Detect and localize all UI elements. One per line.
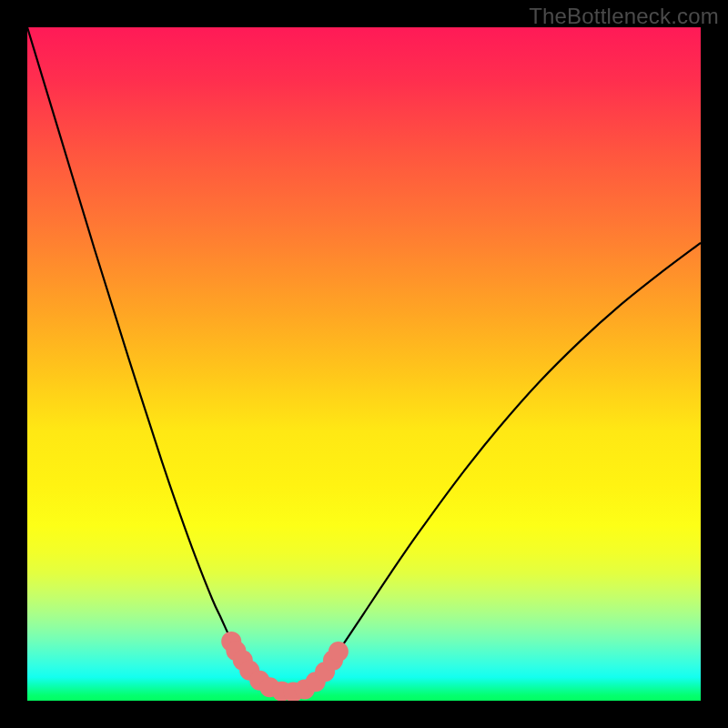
left-curve — [27, 27, 290, 694]
plot-area — [27, 27, 701, 701]
right-curve — [290, 243, 701, 694]
curves-layer — [27, 27, 701, 701]
valley-marker — [329, 642, 349, 662]
valley-markers — [221, 632, 349, 701]
attribution-label: TheBottleneck.com — [529, 4, 719, 29]
chart-frame: TheBottleneck.com — [0, 0, 728, 728]
